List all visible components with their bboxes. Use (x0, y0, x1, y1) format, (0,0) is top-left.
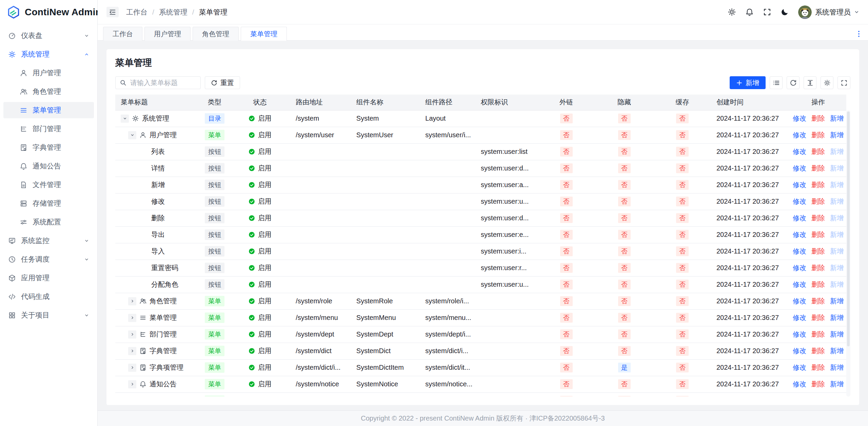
sidebar-item-clock[interactable]: 任务调度 (3, 251, 94, 267)
delete-link[interactable]: 删除 (811, 280, 825, 289)
edit-link[interactable]: 修改 (793, 346, 806, 356)
add-link[interactable]: 新增 (830, 346, 844, 356)
edit-link[interactable]: 修改 (793, 197, 806, 206)
edit-link[interactable]: 修改 (793, 313, 806, 322)
fullscreen-tool-button[interactable] (837, 76, 850, 89)
column-header-created[interactable]: 创建时间 (711, 95, 790, 110)
bell-button[interactable] (745, 8, 754, 16)
edit-link[interactable]: 修改 (793, 147, 806, 156)
line-height-tool-button[interactable] (804, 76, 816, 89)
sidebar-item-dict[interactable]: 字典管理 (3, 139, 94, 156)
delete-link[interactable]: 删除 (811, 130, 825, 140)
row-expander[interactable] (128, 314, 136, 322)
breadcrumb-item[interactable]: 工作台 (126, 7, 147, 17)
delete-link[interactable]: 删除 (811, 197, 825, 206)
edit-link[interactable]: 修改 (793, 330, 806, 339)
column-header-status[interactable]: 状态 (230, 95, 290, 110)
edit-link[interactable]: 修改 (793, 180, 806, 189)
scrollbar-thumb[interactable] (847, 111, 850, 346)
delete-link[interactable]: 删除 (811, 247, 825, 256)
column-header-type[interactable]: 类型 (199, 95, 230, 110)
breadcrumb-item[interactable]: 菜单管理 (199, 7, 228, 17)
column-header-route[interactable]: 路由地址 (290, 95, 351, 110)
edit-link[interactable]: 修改 (793, 164, 806, 173)
add-link[interactable]: 新增 (830, 180, 844, 189)
add-link[interactable]: 新增 (830, 130, 844, 140)
add-link[interactable]: 新增 (830, 230, 844, 239)
column-header-actions[interactable]: 操作 (790, 95, 846, 110)
delete-link[interactable]: 删除 (811, 363, 825, 372)
tab-item[interactable]: 工作台 (103, 27, 142, 41)
tab-item[interactable]: 菜单管理 (241, 27, 287, 41)
row-expander[interactable] (128, 297, 136, 305)
column-header-cache[interactable]: 缓存 (654, 95, 711, 110)
sidebar-item-user[interactable]: 用户管理 (3, 65, 94, 81)
column-header-title[interactable]: 菜单标题 (115, 95, 199, 110)
add-link[interactable]: 新增 (830, 164, 844, 173)
delete-link[interactable]: 删除 (811, 313, 825, 322)
sidebar-item-monitor[interactable]: 系统监控 (3, 232, 94, 249)
delete-link[interactable]: 删除 (811, 147, 825, 156)
refresh-tool-button[interactable] (787, 76, 800, 89)
edit-link[interactable]: 修改 (793, 247, 806, 256)
delete-link[interactable]: 删除 (811, 180, 825, 189)
delete-link[interactable]: 删除 (811, 214, 825, 223)
add-link[interactable]: 新增 (830, 197, 844, 206)
add-link[interactable]: 新增 (830, 330, 844, 339)
add-link[interactable]: 新增 (830, 214, 844, 223)
add-link[interactable]: 新增 (830, 147, 844, 156)
settings-button[interactable] (728, 8, 736, 16)
breadcrumb-item[interactable]: 系统管理 (159, 7, 188, 17)
row-expander[interactable] (128, 131, 136, 139)
row-expander[interactable] (128, 380, 136, 388)
delete-link[interactable]: 删除 (811, 346, 825, 356)
tab-item[interactable]: 角色管理 (193, 27, 239, 41)
moon-button[interactable] (781, 8, 789, 16)
sidebar-item-sliders[interactable]: 系统配置 (3, 214, 94, 230)
tab-item[interactable]: 用户管理 (144, 27, 191, 41)
sidebar-item-storage[interactable]: 存储管理 (3, 195, 94, 211)
delete-link[interactable]: 删除 (811, 330, 825, 339)
row-expander[interactable] (121, 115, 129, 123)
edit-link[interactable]: 修改 (793, 263, 806, 272)
edit-link[interactable]: 修改 (793, 230, 806, 239)
sidebar-item-grid[interactable]: 关于项目 (3, 307, 94, 323)
column-header-component[interactable]: 组件名称 (351, 95, 420, 110)
reset-button[interactable]: 重置 (205, 76, 240, 89)
add-link[interactable]: 新增 (830, 247, 844, 256)
sidebar-item-file[interactable]: 文件管理 (3, 177, 94, 193)
table-scrollbar[interactable] (846, 110, 850, 397)
sidebar-item-menu-lines[interactable]: 菜单管理 (3, 102, 94, 118)
edit-link[interactable]: 修改 (793, 297, 806, 306)
settings-tool-button[interactable] (821, 76, 833, 89)
delete-link[interactable]: 删除 (811, 164, 825, 173)
add-link[interactable]: 新增 (830, 313, 844, 322)
list-tool-button[interactable] (770, 76, 783, 89)
delete-link[interactable]: 删除 (811, 297, 825, 306)
delete-link[interactable]: 删除 (811, 380, 825, 389)
add-link[interactable]: 新增 (830, 114, 844, 123)
sidebar-item-gear[interactable]: 系统管理 (3, 46, 94, 62)
edit-link[interactable]: 修改 (793, 363, 806, 372)
sidebar-item-cube[interactable]: 应用管理 (3, 270, 94, 286)
sidebar-item-dashboard[interactable]: 仪表盘 (3, 27, 94, 44)
sidebar-item-users[interactable]: 角色管理 (3, 83, 94, 100)
sidebar-collapse-button[interactable] (106, 7, 119, 17)
sidebar-item-code[interactable]: 代码生成 (3, 288, 94, 305)
delete-link[interactable]: 删除 (811, 114, 825, 123)
edit-link[interactable]: 修改 (793, 130, 806, 140)
add-link[interactable]: 新增 (830, 280, 844, 289)
add-link[interactable]: 新增 (830, 297, 844, 306)
column-header-hidden[interactable]: 隐藏 (595, 95, 654, 110)
row-expander[interactable] (128, 364, 136, 372)
sidebar-item-bell[interactable]: 通知公告 (3, 158, 94, 174)
add-button[interactable]: 新增 (730, 76, 766, 89)
delete-link[interactable]: 删除 (811, 230, 825, 239)
fullscreen-button[interactable] (763, 8, 771, 16)
row-expander[interactable] (128, 347, 136, 355)
edit-link[interactable]: 修改 (793, 380, 806, 389)
edit-link[interactable]: 修改 (793, 396, 806, 397)
delete-link[interactable]: 删除 (811, 396, 825, 397)
edit-link[interactable]: 修改 (793, 214, 806, 223)
delete-link[interactable]: 删除 (811, 263, 825, 272)
